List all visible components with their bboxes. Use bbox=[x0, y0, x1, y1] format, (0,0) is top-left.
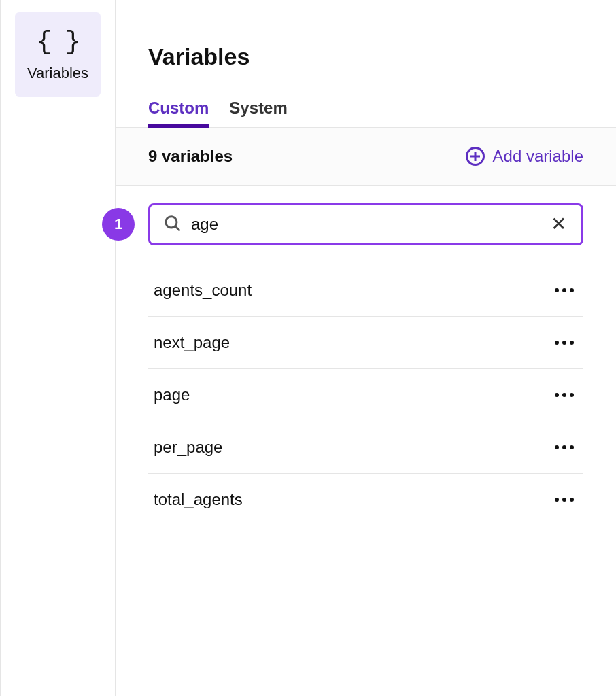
variable-name: agents_count bbox=[154, 281, 252, 300]
page-title: Variables bbox=[116, 0, 616, 70]
more-icon[interactable] bbox=[551, 441, 578, 453]
search-box[interactable]: ✕ bbox=[148, 203, 583, 245]
braces-icon: { } bbox=[37, 27, 79, 56]
tab-custom[interactable]: Custom bbox=[148, 99, 209, 127]
list-item[interactable]: next_page bbox=[148, 317, 583, 369]
step-badge: 1 bbox=[102, 208, 135, 241]
clear-icon[interactable]: ✕ bbox=[548, 212, 569, 237]
app-container: { } Variables Variables Custom System 9 … bbox=[0, 0, 616, 696]
list-item[interactable]: agents_count bbox=[148, 264, 583, 317]
plus-icon bbox=[466, 147, 485, 166]
sidebar: { } Variables bbox=[0, 0, 116, 696]
list-item[interactable]: page bbox=[148, 369, 583, 421]
more-icon[interactable] bbox=[551, 389, 578, 401]
svg-line-1 bbox=[175, 226, 179, 230]
variable-count: 9 variables bbox=[148, 147, 233, 166]
sidebar-tile-label: Variables bbox=[27, 65, 88, 82]
search-icon bbox=[162, 213, 182, 235]
more-icon[interactable] bbox=[551, 493, 578, 506]
sidebar-tile-variables[interactable]: { } Variables bbox=[15, 12, 101, 97]
search-row: 1 ✕ bbox=[116, 186, 616, 245]
more-icon[interactable] bbox=[551, 336, 578, 349]
variable-list: agents_count next_page page per_page tot… bbox=[116, 245, 616, 525]
tabs: Custom System bbox=[116, 70, 616, 128]
tab-system[interactable]: System bbox=[229, 99, 287, 127]
variable-name: next_page bbox=[154, 333, 230, 352]
variable-name: per_page bbox=[154, 438, 222, 457]
search-input[interactable] bbox=[191, 215, 538, 234]
add-variable-button[interactable]: Add variable bbox=[466, 147, 583, 166]
more-icon[interactable] bbox=[551, 284, 578, 296]
main-panel: Variables Custom System 9 variables Add … bbox=[116, 0, 616, 696]
list-item[interactable]: total_agents bbox=[148, 474, 583, 525]
variable-name: total_agents bbox=[154, 490, 243, 509]
variable-name: page bbox=[154, 385, 190, 404]
header-bar: 9 variables Add variable bbox=[116, 128, 616, 186]
add-variable-label: Add variable bbox=[493, 147, 583, 166]
list-item[interactable]: per_page bbox=[148, 421, 583, 474]
